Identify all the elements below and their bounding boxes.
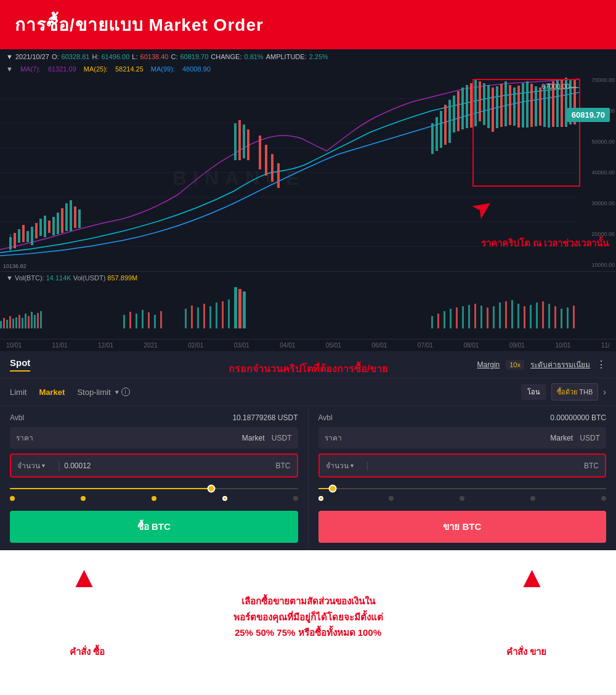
current-price-badge: 60819.70 xyxy=(567,108,610,122)
market-tab[interactable]: Market xyxy=(39,388,65,397)
svg-rect-22 xyxy=(65,203,68,231)
svg-rect-83 xyxy=(234,287,237,328)
volume-bar-row: ▼ Vol(BTC): 14.114K Vol(USDT) 857.899M xyxy=(0,272,616,284)
chart-open: 60328.81 xyxy=(62,53,90,60)
chart-close: 60819.70 xyxy=(180,53,208,60)
chevron-right-icon[interactable]: › xyxy=(603,387,606,397)
chart-low: 60138.40 xyxy=(140,53,169,60)
margin-link[interactable]: Margin xyxy=(477,360,500,369)
spot-tab[interactable]: Spot xyxy=(10,357,30,372)
svg-rect-93 xyxy=(185,309,187,328)
svg-rect-54 xyxy=(517,86,520,128)
sell-arrow-col: ▲ xyxy=(517,563,547,592)
svg-rect-122 xyxy=(561,309,562,328)
dots-menu-icon[interactable]: ⋮ xyxy=(596,359,606,370)
svg-rect-60 xyxy=(543,85,546,127)
sell-avbl-amount: 0.00000000 BTC xyxy=(550,413,606,422)
svg-rect-116 xyxy=(524,306,525,328)
buy-dot-50[interactable] xyxy=(152,496,156,501)
chart-close-label: C: xyxy=(171,53,177,60)
vol-btc-label: Vol(BTC): xyxy=(15,274,46,282)
buy-quantity-field[interactable]: จำนวน ▾ | 0.00012 BTC xyxy=(10,453,298,478)
sell-qty-label: จำนวน ▾ xyxy=(326,460,363,471)
svg-rect-113 xyxy=(505,301,507,328)
svg-rect-23 xyxy=(70,200,72,231)
svg-rect-46 xyxy=(483,83,485,125)
sell-qty-dropdown-icon[interactable]: ▾ xyxy=(351,462,354,469)
sell-dot-100[interactable] xyxy=(601,496,606,501)
vol-btc-value: 14.114K xyxy=(46,274,71,282)
chart-price-annotation: ราคาคริปโต ณ เวลาช่วงเวลานั้น xyxy=(481,237,609,250)
buy-dot-75[interactable] xyxy=(222,496,227,501)
buy-button[interactable]: ซื้อ BTC xyxy=(10,511,298,543)
sell-quantity-field[interactable]: จำนวน ▾ | BTC xyxy=(318,453,607,478)
svg-rect-110 xyxy=(487,307,488,328)
svg-rect-81 xyxy=(37,313,39,328)
dropdown-icon[interactable]: ▾ xyxy=(115,388,119,396)
qty-separator: | xyxy=(58,460,60,471)
svg-rect-112 xyxy=(499,303,501,328)
order-tabs: Limit Market Stop-limit ▾ i xyxy=(10,388,130,397)
buy-dot-0[interactable] xyxy=(10,496,15,501)
buy-with-button[interactable]: ซื้อด้วย THB xyxy=(551,383,598,400)
svg-rect-41 xyxy=(461,87,464,129)
stop-limit-tab[interactable]: Stop-limit xyxy=(77,388,110,397)
time-tick-0201: 02/01 xyxy=(188,342,203,349)
svg-rect-53 xyxy=(513,87,516,126)
buy-dot-100[interactable] xyxy=(293,496,298,501)
chart-change: 0.81% xyxy=(244,53,263,60)
chart-high-label: H: xyxy=(92,53,99,60)
buy-slider-track[interactable] xyxy=(10,488,298,489)
svg-rect-21 xyxy=(61,208,63,233)
svg-rect-17 xyxy=(44,216,46,237)
svg-rect-114 xyxy=(511,300,513,328)
sell-dot-50[interactable] xyxy=(460,496,464,501)
time-tick-0801: 08/01 xyxy=(463,342,479,349)
buy-qty-dropdown-icon[interactable]: ▾ xyxy=(42,462,45,469)
svg-rect-117 xyxy=(530,305,532,328)
leverage-badge[interactable]: 10x xyxy=(506,360,524,370)
svg-rect-20 xyxy=(57,213,59,234)
sell-button[interactable]: ขาย BTC xyxy=(318,511,607,543)
explanation-line1: เลือกซื้อขายตามสัดส่วนของเงินใน xyxy=(185,593,431,609)
ma99-value: 48008.90 xyxy=(182,65,211,73)
buy-with-label: ซื้อด้วย xyxy=(557,388,577,396)
sell-column: Avbl 0.00000000 BTC ราคา Market USDT จำน… xyxy=(309,406,617,550)
sell-slider-track[interactable] xyxy=(318,488,607,489)
sell-dot-0[interactable] xyxy=(318,496,323,501)
chart-triangle: ▼ xyxy=(6,53,13,60)
chart-main-area: BINANCE xyxy=(0,74,616,271)
center-explanation: เลือกซื้อขายตามสัดส่วนของเงินใน พอร์ตของ… xyxy=(185,593,431,641)
price-tick-40k: 40000.00 xyxy=(578,169,615,176)
svg-rect-123 xyxy=(567,307,569,328)
sell-dot-25[interactable] xyxy=(389,496,394,501)
buy-slider-thumb[interactable] xyxy=(208,485,216,493)
buy-qty-label: จำนวน ▾ xyxy=(17,460,54,471)
time-tick-0301: 03/01 xyxy=(234,342,249,349)
fee-link[interactable]: ระดับค่าธรรมเนียม xyxy=(530,359,590,370)
ma25-label: MA(25): xyxy=(84,65,108,73)
svg-rect-16 xyxy=(39,219,42,236)
explanation-text: เลือกซื้อขายตามสัดส่วนของเงินใน พอร์ตของ… xyxy=(185,593,431,641)
svg-text:10136.82: 10136.82 xyxy=(3,263,26,269)
svg-rect-56 xyxy=(526,81,529,128)
svg-rect-40 xyxy=(457,91,460,131)
sell-dot-75[interactable] xyxy=(530,496,535,501)
on-button[interactable]: โอน xyxy=(521,384,546,400)
buy-order-label: คำสั่ง ซื้อ xyxy=(70,644,105,659)
sell-price-value: Market xyxy=(550,434,573,442)
time-tick-1001b: 10/01 xyxy=(555,342,570,349)
limit-tab[interactable]: Limit xyxy=(10,388,26,397)
buy-dot-25[interactable] xyxy=(81,496,86,501)
time-tick-0901: 09/01 xyxy=(509,342,525,349)
svg-rect-10 xyxy=(14,233,16,248)
svg-rect-55 xyxy=(522,83,524,128)
svg-rect-15 xyxy=(35,223,38,238)
svg-rect-42 xyxy=(466,85,468,128)
svg-rect-35 xyxy=(436,117,438,151)
info-icon[interactable]: i xyxy=(121,388,130,396)
price-67k-label: 67000.00— xyxy=(541,83,577,90)
sell-slider-thumb[interactable] xyxy=(328,485,336,493)
buy-sell-columns: Avbl 10.18779268 USDT ราคา Market USDT จ… xyxy=(0,406,616,550)
svg-rect-12 xyxy=(22,225,25,242)
